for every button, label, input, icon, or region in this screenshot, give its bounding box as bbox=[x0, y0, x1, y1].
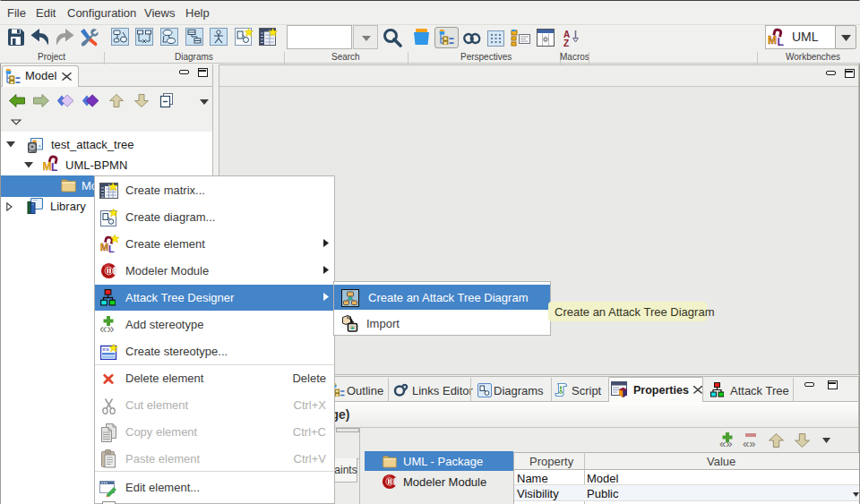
svg-text:L: L bbox=[108, 243, 115, 254]
svg-text:Z: Z bbox=[563, 38, 569, 47]
svg-text:L: L bbox=[51, 161, 57, 172]
svg-text:«»: «» bbox=[100, 320, 115, 334]
svg-text:«»: «» bbox=[719, 437, 732, 449]
svg-text:M: M bbox=[768, 34, 777, 47]
svg-text:«»: «» bbox=[743, 437, 755, 449]
svg-text:«»: «» bbox=[102, 346, 109, 353]
svg-text:L: L bbox=[778, 36, 784, 47]
svg-text:M: M bbox=[100, 242, 108, 252]
